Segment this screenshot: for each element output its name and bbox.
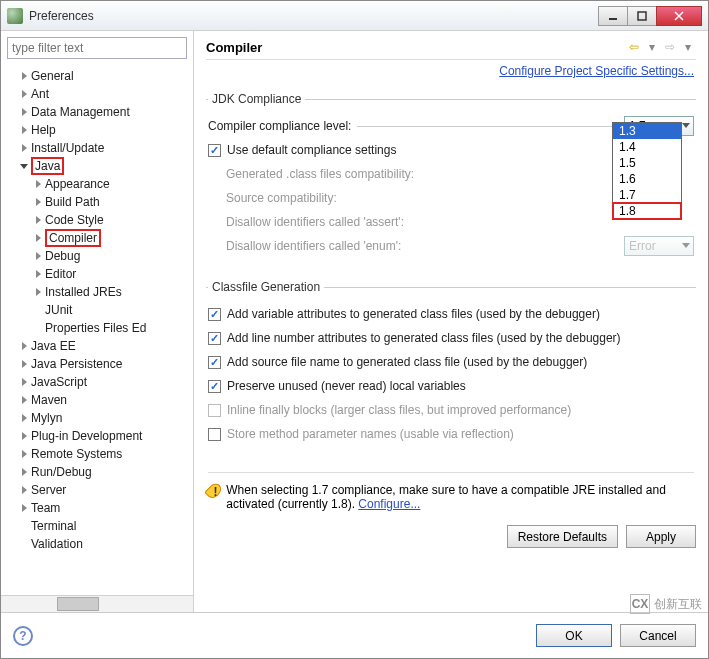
expand-icon[interactable] <box>19 413 29 423</box>
tree-item[interactable]: Run/Debug <box>5 463 193 481</box>
cf-c6-checkbox[interactable] <box>208 428 221 441</box>
tree-item[interactable]: Server <box>5 481 193 499</box>
expand-icon[interactable] <box>33 269 43 279</box>
warning-row: When selecting 1.7 compliance, make sure… <box>208 472 694 511</box>
expand-icon[interactable] <box>33 179 43 189</box>
expand-icon[interactable] <box>19 143 29 153</box>
tree-label: Plug-in Development <box>31 429 142 443</box>
sidebar: GeneralAntData ManagementHelpInstall/Upd… <box>1 31 194 612</box>
expand-icon[interactable] <box>33 287 43 297</box>
expand-icon[interactable] <box>19 359 29 369</box>
tree-item[interactable]: Mylyn <box>5 409 193 427</box>
tree-item[interactable]: Install/Update <box>5 139 193 157</box>
filter-input[interactable] <box>7 37 187 59</box>
expand-icon[interactable] <box>19 377 29 387</box>
tree-label: Build Path <box>45 195 100 209</box>
tree-item[interactable]: Editor <box>5 265 193 283</box>
expand-icon[interactable] <box>19 467 29 477</box>
tree-label: General <box>31 69 74 83</box>
tree-item[interactable]: Code Style <box>5 211 193 229</box>
close-button[interactable] <box>656 6 702 26</box>
ok-button[interactable]: OK <box>536 624 612 647</box>
tree-label: Team <box>31 501 60 515</box>
enum-select: Error <box>624 236 694 256</box>
expand-icon[interactable] <box>19 341 29 351</box>
tree-item[interactable]: Build Path <box>5 193 193 211</box>
cf-c3-checkbox[interactable] <box>208 356 221 369</box>
expand-icon[interactable] <box>19 107 29 117</box>
compliance-label: Compiler compliance level: <box>208 119 351 133</box>
expand-icon[interactable] <box>19 449 29 459</box>
preferences-tree[interactable]: GeneralAntData ManagementHelpInstall/Upd… <box>1 65 193 595</box>
expand-icon[interactable] <box>19 485 29 495</box>
tree-item[interactable]: Properties Files Ed <box>5 319 193 337</box>
expand-icon[interactable] <box>33 233 43 243</box>
window-controls <box>599 6 702 26</box>
maximize-button[interactable] <box>627 6 657 26</box>
compliance-option[interactable]: 1.6 <box>613 171 681 187</box>
warning-message: When selecting 1.7 compliance, make sure… <box>226 483 666 511</box>
cf-c5-label: Inline finally blocks (larger class file… <box>227 403 571 417</box>
forward-menu-icon[interactable]: ▾ <box>680 39 696 55</box>
expand-icon[interactable] <box>19 71 29 81</box>
horizontal-scrollbar[interactable] <box>1 595 193 612</box>
cf-c1-label: Add variable attributes to generated cla… <box>227 307 600 321</box>
help-icon[interactable]: ? <box>13 626 33 646</box>
tree-item[interactable]: Java <box>5 157 193 175</box>
tree-item[interactable]: Terminal <box>5 517 193 535</box>
expand-icon[interactable] <box>19 503 29 513</box>
tree-item[interactable]: Validation <box>5 535 193 553</box>
tree-item[interactable]: JavaScript <box>5 373 193 391</box>
expand-icon[interactable] <box>19 431 29 441</box>
cancel-button[interactable]: Cancel <box>620 624 696 647</box>
cf-c1-checkbox[interactable] <box>208 308 221 321</box>
tree-label: Run/Debug <box>31 465 92 479</box>
tree-item[interactable]: General <box>5 67 193 85</box>
tree-label: Java Persistence <box>31 357 122 371</box>
expand-icon[interactable] <box>19 395 29 405</box>
forward-icon[interactable]: ⇨ <box>662 39 678 55</box>
apply-button[interactable]: Apply <box>626 525 696 548</box>
use-default-checkbox[interactable] <box>208 144 221 157</box>
configure-jre-link[interactable]: Configure... <box>358 497 420 511</box>
tree-item[interactable]: Ant <box>5 85 193 103</box>
tree-item[interactable]: Java Persistence <box>5 355 193 373</box>
minimize-button[interactable] <box>598 6 628 26</box>
tree-item[interactable]: Help <box>5 121 193 139</box>
tree-label: Maven <box>31 393 67 407</box>
expand-icon[interactable] <box>33 251 43 261</box>
scrollbar-thumb[interactable] <box>57 597 99 611</box>
tree-item[interactable]: Debug <box>5 247 193 265</box>
tree-item[interactable]: Installed JREs <box>5 283 193 301</box>
cf-c4-checkbox[interactable] <box>208 380 221 393</box>
tree-item[interactable]: Team <box>5 499 193 517</box>
tree-item[interactable]: Plug-in Development <box>5 427 193 445</box>
compliance-option[interactable]: 1.5 <box>613 155 681 171</box>
expand-icon[interactable] <box>19 89 29 99</box>
expand-icon[interactable] <box>33 215 43 225</box>
cf-c2-checkbox[interactable] <box>208 332 221 345</box>
expand-icon[interactable] <box>19 161 29 171</box>
back-icon[interactable]: ⇦ <box>626 39 642 55</box>
tree-item[interactable]: Java EE <box>5 337 193 355</box>
jdk-legend: JDK Compliance <box>208 92 305 106</box>
expand-icon[interactable] <box>19 125 29 135</box>
tree-item[interactable]: JUnit <box>5 301 193 319</box>
classfile-group: Classfile Generation Add variable attrib… <box>206 280 696 450</box>
compliance-option[interactable]: 1.4 <box>613 139 681 155</box>
tree-item[interactable]: Compiler <box>5 229 193 247</box>
tree-item[interactable]: Appearance <box>5 175 193 193</box>
compliance-dropdown[interactable]: 1.31.41.51.61.71.8 <box>612 122 682 220</box>
tree-item[interactable]: Remote Systems <box>5 445 193 463</box>
compliance-option[interactable]: 1.7 <box>613 187 681 203</box>
page-title: Compiler <box>206 40 626 55</box>
back-menu-icon[interactable]: ▾ <box>644 39 660 55</box>
tree-item[interactable]: Maven <box>5 391 193 409</box>
compliance-option[interactable]: 1.8 <box>612 202 682 220</box>
tree-item[interactable]: Data Management <box>5 103 193 121</box>
expand-icon[interactable] <box>33 197 43 207</box>
configure-project-link[interactable]: Configure Project Specific Settings... <box>499 64 694 78</box>
restore-defaults-button[interactable]: Restore Defaults <box>507 525 618 548</box>
tree-label: Server <box>31 483 66 497</box>
compliance-option[interactable]: 1.3 <box>613 123 681 139</box>
